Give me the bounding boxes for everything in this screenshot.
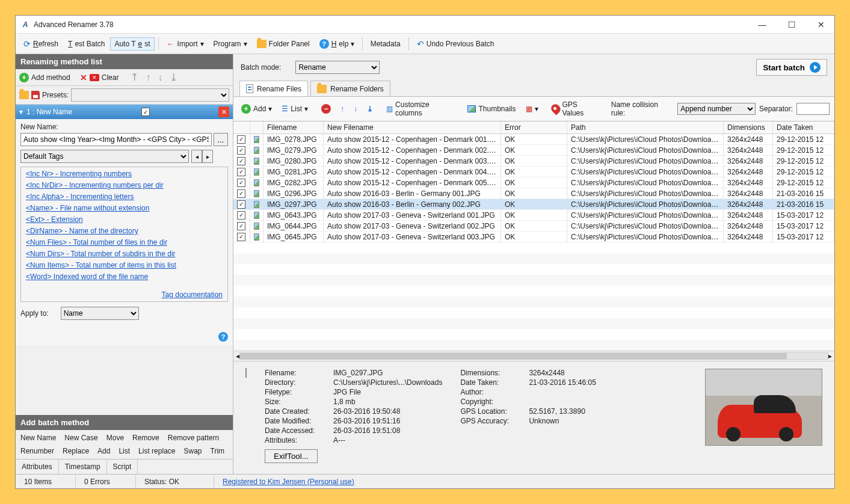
batch-method-item[interactable]: Add <box>97 447 110 455</box>
tag-link[interactable]: <Ext> - Extension <box>26 215 223 224</box>
col-date-taken[interactable]: Date Taken <box>773 121 834 134</box>
remove-button[interactable]: − <box>318 103 334 115</box>
batch-method-item[interactable]: Replace <box>63 447 89 455</box>
method-help-icon[interactable]: ? <box>218 332 228 342</box>
table-row[interactable]: ✓IMG_0279.JPGAuto show 2015-12 - Copenha… <box>233 145 834 156</box>
batch-mode-select[interactable]: Rename <box>295 61 380 74</box>
table-row[interactable]: ✓IMG_0282.JPGAuto show 2015-12 - Copenha… <box>233 177 834 188</box>
refresh-button[interactable]: ⟳RRefreshefresh <box>19 37 63 51</box>
tab-rename-files[interactable]: Rename Files <box>239 81 308 96</box>
customize-columns-button[interactable]: ▥Customize columns <box>383 99 461 118</box>
maximize-button[interactable]: ☐ <box>783 17 801 32</box>
row-checkbox[interactable]: ✓ <box>237 146 245 155</box>
help-menu[interactable]: ?Help ▾ <box>315 37 359 51</box>
tag-link[interactable]: <Num Files> - Total number of files in t… <box>26 238 223 247</box>
row-checkbox[interactable]: ✓ <box>237 189 245 198</box>
row-checkbox[interactable]: ✓ <box>237 157 245 165</box>
table-row[interactable]: ✓IMG_0644.JPGAuto show 2017-03 - Geneva … <box>233 221 834 232</box>
tab-timestamp[interactable]: Timestamp <box>59 459 107 474</box>
col-error[interactable]: Error <box>501 121 567 134</box>
batch-method-item[interactable]: Remove <box>132 434 159 442</box>
metadata-button[interactable]: Metadata <box>366 37 405 51</box>
thumbnails-button[interactable]: Thumbnails <box>464 103 519 114</box>
program-menu[interactable]: Program ▾ <box>209 37 251 51</box>
new-name-browse-button[interactable]: ... <box>214 133 228 146</box>
table-row[interactable]: ✓IMG_0296.JPGAuto show 2016-03 - Berlin … <box>233 188 834 199</box>
apply-to-select[interactable]: Name <box>61 307 139 320</box>
batch-method-item[interactable]: Renumber <box>20 447 54 455</box>
new-name-input[interactable] <box>20 133 212 146</box>
tag-next-button[interactable]: ▸ <box>202 150 213 163</box>
batch-method-item[interactable]: New Name <box>20 434 56 442</box>
col-path[interactable]: Path <box>567 121 724 134</box>
tag-link[interactable]: <Word> Indexed word of the file name <box>26 272 223 281</box>
table-row[interactable]: ✓IMG_0280.JPGAuto show 2015-12 - Copenha… <box>233 156 834 167</box>
batch-method-item[interactable]: List replace <box>138 447 175 455</box>
tab-script[interactable]: Script <box>107 459 138 474</box>
batch-method-item[interactable]: List <box>119 447 130 455</box>
close-button[interactable]: ✕ <box>813 17 830 32</box>
row-checkbox[interactable]: ✓ <box>237 222 245 230</box>
batch-method-item[interactable]: Trim <box>211 447 225 455</box>
tag-prev-button[interactable]: ◂ <box>191 150 202 163</box>
row-checkbox[interactable]: ✓ <box>237 135 245 144</box>
row-checkbox[interactable]: ✓ <box>237 211 245 220</box>
col-new-filename[interactable]: New Filename <box>324 121 501 134</box>
tag-link[interactable]: <Inc Alpha> - Incrementing letters <box>26 192 223 201</box>
sort-bottom-button[interactable]: ⤓ <box>364 103 376 114</box>
tag-link[interactable]: <Inc NrDir> - Incrementing numbers per d… <box>26 181 223 189</box>
col-dimensions[interactable]: Dimensions <box>724 121 773 134</box>
row-checkbox[interactable]: ✓ <box>237 200 245 209</box>
batch-method-item[interactable]: Swap <box>183 447 202 455</box>
move-up-button[interactable]: ↑ <box>143 72 153 83</box>
table-row[interactable]: ✓IMG_0278.JPGAuto show 2015-12 - Copenha… <box>233 134 834 145</box>
list-menu[interactable]: ☰List ▾ <box>279 103 311 114</box>
gps-values-button[interactable]: GPS Values <box>549 99 604 118</box>
table-row[interactable]: ✓IMG_0297.JPGAuto show 2016-03 - Berlin … <box>233 199 834 210</box>
tag-link[interactable]: <DirName> - Name of the directory <box>26 227 223 235</box>
presets-select[interactable] <box>71 88 229 102</box>
scroll-right-icon[interactable]: ▸ <box>828 352 832 360</box>
move-down-button[interactable]: ↓ <box>155 72 165 83</box>
clear-button[interactable]: Clear <box>102 73 119 82</box>
tag-link[interactable]: <Num Dirs> - Total number of subdirs in … <box>26 250 223 258</box>
folder-panel-button[interactable]: Folder Panel <box>253 37 314 51</box>
exiftool-button[interactable]: ExifTool... <box>265 449 318 463</box>
sort-desc-button[interactable]: ↓ <box>351 103 360 114</box>
undo-previous-batch-button[interactable]: ↶Undo Previous Batch <box>413 37 499 51</box>
tag-link[interactable]: <Inc Nr> - Incrementing numbers <box>26 170 223 178</box>
table-row[interactable]: ✓IMG_0643.JPGAuto show 2017-03 - Geneva … <box>233 210 834 221</box>
move-bottom-button[interactable]: ⤓ <box>167 72 180 83</box>
method-remove-button[interactable]: ✕ <box>218 106 229 117</box>
batch-method-item[interactable]: Remove pattern <box>168 434 219 442</box>
batch-method-item[interactable]: Move <box>106 434 124 442</box>
import-button[interactable]: ←Import ▾ <box>162 37 208 51</box>
add-files-button[interactable]: +Add ▾ <box>238 103 275 115</box>
row-checkbox[interactable]: ✓ <box>237 179 245 187</box>
table-row[interactable]: ✓IMG_0281.JPGAuto show 2015-12 - Copenha… <box>233 167 834 177</box>
row-checkbox[interactable]: ✓ <box>237 233 245 241</box>
view-mode-button[interactable]: ▦▾ <box>523 103 541 114</box>
tab-attributes[interactable]: Attributes <box>16 459 59 474</box>
tag-link[interactable]: <Name> - File name without extension <box>26 204 223 212</box>
collapse-icon[interactable]: ▾ <box>19 108 23 116</box>
grid-body[interactable]: ✓IMG_0278.JPGAuto show 2015-12 - Copenha… <box>233 134 834 351</box>
row-checkbox[interactable]: ✓ <box>237 168 245 176</box>
tags-dropdown[interactable]: Default Tags <box>20 150 189 163</box>
save-preset-icon[interactable] <box>31 91 40 99</box>
tag-documentation-link[interactable]: Tag documentation <box>162 290 223 299</box>
method-item-header[interactable]: ▾ 1 : New Name ✓ ✕ <box>16 105 233 119</box>
tag-link[interactable]: <Num Items> - Total number of items in t… <box>26 261 223 269</box>
test-batch-button[interactable]: Test Batch <box>64 37 109 51</box>
collision-rule-select[interactable]: Append number <box>677 103 756 115</box>
auto-test-button[interactable]: Auto Test <box>110 37 154 51</box>
table-row[interactable]: ✓IMG_0645.JPGAuto show 2017-03 - Geneva … <box>233 232 834 242</box>
horizontal-scrollbar[interactable]: ◂ ▸ <box>233 351 834 361</box>
separator-input[interactable] <box>796 103 830 115</box>
tab-rename-folders[interactable]: Rename Folders <box>310 81 390 96</box>
minimize-button[interactable]: — <box>753 17 771 32</box>
col-filename[interactable]: Filename <box>263 121 324 134</box>
add-method-button[interactable]: Add method <box>31 73 70 82</box>
batch-method-item[interactable]: New Case <box>64 434 97 442</box>
start-batch-button[interactable]: Start batch <box>756 59 827 76</box>
